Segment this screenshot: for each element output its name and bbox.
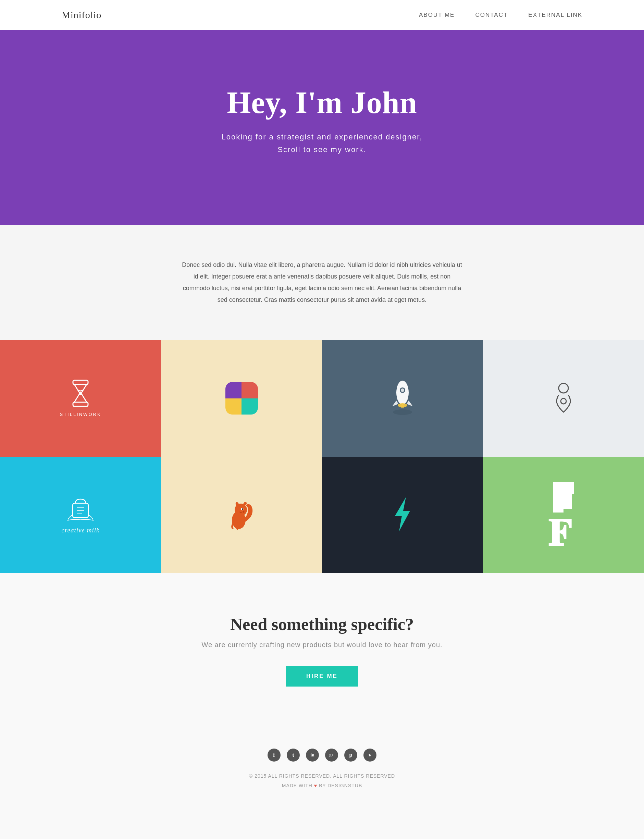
hero-section: Hey, I'm John Looking for a strategist a… [0,30,644,225]
portfolio-cell-creative-milk[interactable]: creative milk [0,456,161,573]
f-logo-icon: 𝐅 [548,478,579,552]
social-vimeo[interactable]: v [363,749,376,762]
portfolio-cell-squirrel[interactable] [161,456,322,573]
f-letter: 𝐅 [548,514,579,552]
nav-external[interactable]: EXTERNAL LINK [528,11,582,18]
social-linkedin[interactable]: in [306,749,319,762]
hire-button[interactable]: HIRE ME [286,666,358,686]
stillinwork-label: STILLINWORK [59,412,101,417]
hire-section: Need something specific? We are currentl… [0,573,644,728]
portfolio-cell-person[interactable] [483,340,644,456]
footer-copyright: © 2015 ALL RIGHTS RESERVED. ALL RIGHTS R… [14,771,630,790]
svg-rect-1 [73,402,88,406]
svg-rect-0 [73,380,88,384]
social-icons: f t in g+ p v [14,749,630,762]
stillinwork-logo: STILLINWORK [59,379,101,417]
rocket-logo [385,377,420,420]
portfolio-cell-stillinwork[interactable]: STILLINWORK [0,340,161,456]
footer: f t in g+ p v © 2015 ALL RIGHTS RESERVED… [0,728,644,818]
person-logo [550,381,577,416]
navbar-links: ABOUT ME CONTACT EXTERNAL LINK [419,11,582,18]
navbar: Minifolio ABOUT ME CONTACT EXTERNAL LINK [0,0,644,30]
about-text: Donec sed odio dui. Nulla vitae elit lib… [182,259,462,306]
portfolio-cell-framer[interactable] [161,340,322,456]
framer-logo [225,382,258,415]
about-section: Donec sed odio dui. Nulla vitae elit lib… [0,225,644,340]
nav-about[interactable]: ABOUT ME [419,11,455,18]
hire-subtext: We are currently crafting new products b… [14,641,630,649]
svg-rect-21 [553,482,559,512]
footer-heart: ♥ [314,783,317,788]
svg-point-5 [401,389,404,392]
portfolio-cell-bolt[interactable] [322,456,483,573]
portfolio-cell-f-logo[interactable]: 𝐅 [483,456,644,573]
social-twitter[interactable]: t [287,749,300,762]
creative-milk-label: creative milk [62,527,100,534]
social-pinterest[interactable]: p [344,749,357,762]
hero-heading: Hey, I'm John [14,85,630,120]
hero-subtext: Looking for a strategist and experienced… [14,131,630,156]
svg-point-7 [393,409,412,415]
svg-point-17 [242,508,243,510]
portfolio-cell-rocket[interactable] [322,340,483,456]
nav-contact[interactable]: CONTACT [475,11,508,18]
navbar-logo[interactable]: Minifolio [62,10,102,21]
squirrel-logo [224,495,259,534]
creative-milk-logo: creative milk [62,496,100,534]
bolt-logo [389,495,416,534]
social-google[interactable]: g+ [325,749,338,762]
social-facebook[interactable]: f [268,749,281,762]
svg-point-2 [79,392,82,395]
svg-point-18 [243,511,245,512]
portfolio-grid: STILLINWORK [0,340,644,573]
svg-point-8 [559,383,568,393]
hire-heading: Need something specific? [14,614,630,634]
svg-point-9 [561,399,566,404]
